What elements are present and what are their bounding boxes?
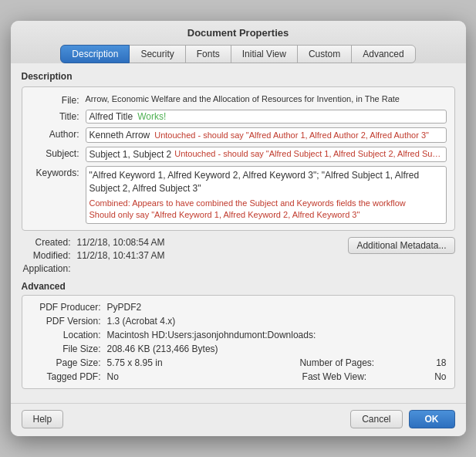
- dialog-title: Document Properties: [11, 27, 466, 39]
- application-row: Application:: [22, 263, 165, 274]
- tab-custom[interactable]: Custom: [297, 45, 352, 63]
- title-label: Title:: [30, 110, 86, 122]
- title-input[interactable]: Alfred Title Works!: [86, 110, 447, 124]
- fastweb-group: Fast Web View: No: [302, 371, 447, 382]
- author-untouched-text: Untouched - should say "Alfred Author 1,…: [154, 130, 429, 140]
- metadata-row-container: Created: 11/2/18, 10:08:54 AM Modified: …: [22, 237, 455, 276]
- title-works-badge: Works!: [137, 111, 166, 122]
- advanced-section-label: Advanced: [22, 281, 455, 292]
- description-form: File: Arrow, Economic Welfare and the Al…: [22, 86, 455, 232]
- author-input[interactable]: Kenneth Arrow Untouched - should say "Al…: [86, 127, 447, 143]
- tab-description[interactable]: Description: [60, 45, 130, 63]
- tab-bar: Description Security Fonts Initial View …: [11, 45, 466, 63]
- producer-row: PDF Producer: PyPDF2: [30, 302, 447, 313]
- main-content: Description File: Arrow, Economic Welfar…: [11, 63, 466, 404]
- version-value: 1.3 (Acrobat 4.x): [107, 316, 447, 327]
- keywords-label: Keywords:: [30, 166, 86, 178]
- tagged-value: No: [107, 371, 302, 382]
- file-value: Arrow, Economic Welfare and the Allocati…: [86, 93, 447, 105]
- application-label: Application:: [22, 263, 77, 274]
- tab-initial-view[interactable]: Initial View: [231, 45, 298, 63]
- author-name: Kenneth Arrow: [89, 130, 150, 140]
- created-value: 11/2/18, 10:08:54 AM: [77, 237, 165, 248]
- dates-block: Created: 11/2/18, 10:08:54 AM Modified: …: [22, 237, 165, 276]
- num-pages-label: Number of Pages:: [299, 357, 374, 368]
- filesize-row: File Size: 208.46 KB (213,466 Bytes): [30, 344, 447, 354]
- tagged-row: Tagged PDF: No Fast Web View: No: [30, 371, 447, 382]
- subject-label: Subject:: [30, 147, 86, 159]
- title-row: Title: Alfred Title Works!: [30, 110, 447, 124]
- filesize-label: File Size:: [30, 344, 107, 354]
- file-row: File: Arrow, Economic Welfare and the Al…: [30, 93, 447, 106]
- keywords-input[interactable]: "Alfred Keyword 1, Alfred Keyword 2, Alf…: [86, 166, 447, 224]
- producer-label: PDF Producer:: [30, 302, 107, 313]
- author-row: Author: Kenneth Arrow Untouched - should…: [30, 127, 447, 143]
- document-properties-dialog: Document Properties Description Security…: [11, 21, 466, 437]
- title-value: Alfred Title: [89, 111, 133, 122]
- fastweb-label: Fast Web View:: [302, 371, 367, 382]
- help-button[interactable]: Help: [22, 410, 64, 428]
- tab-fonts[interactable]: Fonts: [185, 45, 231, 63]
- advanced-section: PDF Producer: PyPDF2 PDF Version: 1.3 (A…: [22, 295, 455, 389]
- tab-advanced[interactable]: Advanced: [351, 45, 415, 63]
- subject-value: Subject 1, Subject 2: [89, 149, 172, 160]
- file-label: File:: [30, 93, 86, 106]
- version-label: PDF Version:: [30, 316, 107, 327]
- ok-button[interactable]: OK: [409, 410, 455, 428]
- subject-untouched-text: Untouched - should say "Alfred Subject 1…: [174, 149, 442, 158]
- subject-row: Subject: Subject 1, Subject 2 Untouched …: [30, 147, 447, 162]
- footer: Help Cancel OK: [11, 403, 466, 436]
- footer-buttons: Cancel OK: [350, 410, 454, 428]
- pagesize-value: 5.75 x 8.95 in: [107, 357, 300, 368]
- pagesize-label: Page Size:: [30, 357, 107, 368]
- tagged-label: Tagged PDF:: [30, 371, 107, 382]
- location-row: Location: Macintosh HD:Users:jasonjohndu…: [30, 330, 447, 340]
- subject-input[interactable]: Subject 1, Subject 2 Untouched - should …: [86, 147, 447, 162]
- author-label: Author:: [30, 127, 86, 140]
- description-section-label: Description: [22, 71, 455, 82]
- keywords-text: "Alfred Keyword 1, Alfred Keyword 2, Alf…: [89, 169, 443, 195]
- keywords-row: Keywords: "Alfred Keyword 1, Alfred Keyw…: [30, 166, 447, 224]
- modified-value: 11/2/18, 10:41:37 AM: [77, 250, 165, 261]
- filesize-value: 208.46 KB (213,466 Bytes): [107, 344, 447, 354]
- title-bar: Document Properties Description Security…: [11, 21, 466, 63]
- created-row: Created: 11/2/18, 10:08:54 AM: [22, 237, 165, 248]
- additional-metadata-button[interactable]: Additional Metadata...: [348, 237, 454, 254]
- modified-row: Modified: 11/2/18, 10:41:37 AM: [22, 250, 165, 261]
- location-label: Location:: [30, 330, 107, 340]
- keywords-warning: Combined: Appears to have combined the S…: [89, 198, 443, 222]
- modified-label: Modified:: [22, 250, 77, 261]
- tab-security[interactable]: Security: [129, 45, 185, 63]
- pagesize-row: Page Size: 5.75 x 8.95 in Number of Page…: [30, 357, 447, 368]
- location-value: Macintosh HD:Users:jasonjohndumont:Downl…: [107, 330, 447, 340]
- num-pages-value: 18: [436, 357, 446, 368]
- producer-value: PyPDF2: [107, 302, 447, 313]
- version-row: PDF Version: 1.3 (Acrobat 4.x): [30, 316, 447, 327]
- cancel-button[interactable]: Cancel: [350, 410, 402, 428]
- fastweb-value: No: [434, 371, 446, 382]
- created-label: Created:: [22, 237, 77, 248]
- num-pages-group: Number of Pages: 18: [299, 357, 446, 368]
